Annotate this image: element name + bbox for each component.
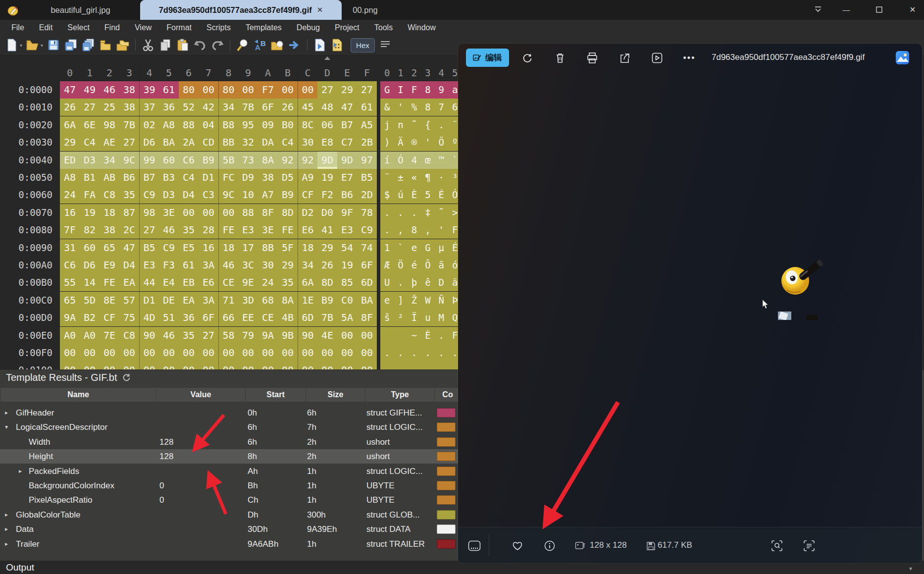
menu-format[interactable]: Format: [159, 20, 199, 35]
hex-byte[interactable]: B3: [159, 169, 179, 186]
hex-byte[interactable]: F2: [317, 186, 337, 204]
hex-byte[interactable]: 00: [238, 81, 258, 99]
ascii-char[interactable]: Ö: [394, 257, 407, 274]
hex-byte[interactable]: 19: [317, 169, 337, 186]
ascii-char[interactable]: ,: [421, 221, 434, 239]
cut-icon[interactable]: [141, 38, 155, 52]
hex-byte[interactable]: 8A: [258, 152, 278, 169]
hex-byte[interactable]: 00: [80, 344, 100, 362]
hex-byte[interactable]: 18: [298, 239, 317, 257]
run-script-icon[interactable]: [313, 38, 327, 52]
hex-byte[interactable]: 5D: [80, 292, 100, 309]
find-icon[interactable]: [236, 38, 250, 52]
ascii-char[interactable]: .: [435, 344, 448, 362]
template-row-width[interactable]: Width1286h2hushort: [0, 435, 461, 449]
ascii-char[interactable]: 8: [408, 221, 421, 239]
ascii-char[interactable]: F: [408, 81, 421, 99]
hex-byte[interactable]: E6: [298, 221, 317, 239]
hex-byte[interactable]: CD: [199, 134, 218, 151]
ascii-char[interactable]: .: [380, 362, 394, 369]
hex-byte[interactable]: 27: [139, 221, 159, 239]
menu-view[interactable]: View: [127, 20, 159, 35]
hex-byte[interactable]: 00: [100, 344, 119, 362]
hex-byte[interactable]: C9: [357, 221, 377, 239]
hex-byte[interactable]: 88: [238, 204, 258, 221]
hex-byte[interactable]: 80: [179, 81, 199, 99]
hex-byte[interactable]: 1E: [298, 292, 317, 309]
hex-byte[interactable]: D5: [278, 169, 298, 186]
hex-byte[interactable]: B8: [218, 116, 238, 134]
hex-byte[interactable]: 9B: [278, 327, 298, 344]
hex-byte[interactable]: 00: [258, 362, 278, 369]
hex-byte[interactable]: 32: [238, 134, 258, 151]
ascii-char[interactable]: G: [421, 239, 434, 257]
ascii-char[interactable]: .: [435, 327, 448, 344]
hex-byte[interactable]: 00: [179, 344, 199, 362]
hex-byte[interactable]: E3: [139, 257, 159, 274]
ascii-char[interactable]: ²: [394, 309, 407, 326]
hex-byte[interactable]: 00: [199, 81, 218, 99]
expand-icon[interactable]: ▸: [19, 464, 22, 478]
paste-icon[interactable]: [176, 38, 190, 52]
hex-byte[interactable]: B6: [119, 169, 139, 186]
hex-byte[interactable]: F3: [159, 257, 179, 274]
ascii-char[interactable]: 4: [408, 152, 421, 169]
ascii-char[interactable]: &: [380, 99, 394, 116]
hex-byte[interactable]: 29: [317, 239, 337, 257]
hex-byte[interactable]: 42: [199, 99, 218, 116]
hex-byte[interactable]: EE: [238, 309, 258, 326]
hex-byte[interactable]: DE: [159, 292, 179, 309]
menu-scripts[interactable]: Scripts: [199, 20, 238, 35]
hex-byte[interactable]: A8: [159, 116, 179, 134]
hex-byte[interactable]: 55: [60, 274, 80, 291]
hex-byte[interactable]: DA: [258, 134, 278, 151]
hex-byte[interactable]: 8A: [278, 292, 298, 309]
hex-byte[interactable]: 95: [238, 116, 258, 134]
hex-byte[interactable]: 45: [298, 99, 317, 116]
hex-byte[interactable]: B9: [317, 292, 337, 309]
hex-byte[interactable]: 00: [218, 344, 238, 362]
hex-byte[interactable]: 00: [278, 362, 298, 369]
save-icon[interactable]: [47, 38, 60, 52]
hex-byte[interactable]: 2A: [179, 134, 199, 151]
hex-byte[interactable]: C6: [179, 152, 199, 169]
hex-byte[interactable]: 8C: [298, 116, 317, 134]
redo-icon[interactable]: [210, 38, 224, 52]
hex-byte[interactable]: CE: [258, 309, 278, 326]
hex-byte[interactable]: 26: [317, 257, 337, 274]
hex-editor[interactable]: 0123456789ABCDEF0123450:0000474946383961…: [0, 55, 461, 369]
hex-byte[interactable]: B7: [337, 116, 357, 134]
hex-byte[interactable]: 00: [278, 81, 298, 99]
ascii-char[interactable]: ·: [435, 169, 448, 186]
ascii-char[interactable]: .: [394, 274, 407, 291]
tab-00-png[interactable]: 00.png: [344, 0, 386, 20]
hex-byte[interactable]: 29: [278, 257, 298, 274]
hex-byte[interactable]: 00: [218, 204, 238, 221]
ascii-char[interactable]: É: [435, 186, 448, 204]
hex-byte[interactable]: 30: [298, 134, 317, 151]
ascii-char[interactable]: «: [408, 169, 421, 186]
hex-byte[interactable]: CF: [100, 309, 119, 326]
find-in-files-icon[interactable]: [270, 38, 284, 52]
visual-search-icon[interactable]: [770, 538, 784, 553]
hex-byte[interactable]: 18: [100, 204, 119, 221]
hex-byte[interactable]: 00: [278, 344, 298, 362]
hex-byte[interactable]: 90: [298, 327, 317, 344]
ascii-char[interactable]: .: [380, 204, 394, 221]
hex-byte[interactable]: D1: [139, 292, 159, 309]
hex-byte[interactable]: 80: [218, 81, 238, 99]
hex-byte[interactable]: E4: [159, 274, 179, 291]
expand-icon[interactable]: ▸: [5, 508, 8, 522]
hex-byte[interactable]: EA: [119, 274, 139, 291]
hex-byte[interactable]: 90: [139, 327, 159, 344]
ascii-char[interactable]: G: [380, 81, 394, 99]
hex-byte[interactable]: BB: [218, 134, 238, 151]
menu-find[interactable]: Find: [97, 20, 127, 35]
column-header-size[interactable]: Size: [306, 388, 365, 402]
hex-byte[interactable]: 75: [119, 309, 139, 326]
menu-templates[interactable]: Templates: [238, 20, 289, 35]
ascii-char[interactable]: ˜: [408, 116, 421, 134]
template-row-logicalscreendescriptor[interactable]: ▾LogicalScreenDescriptor6h7hstruct LOGIC…: [0, 420, 461, 434]
open-file-icon[interactable]: [26, 38, 40, 52]
ascii-char[interactable]: W: [421, 292, 434, 309]
